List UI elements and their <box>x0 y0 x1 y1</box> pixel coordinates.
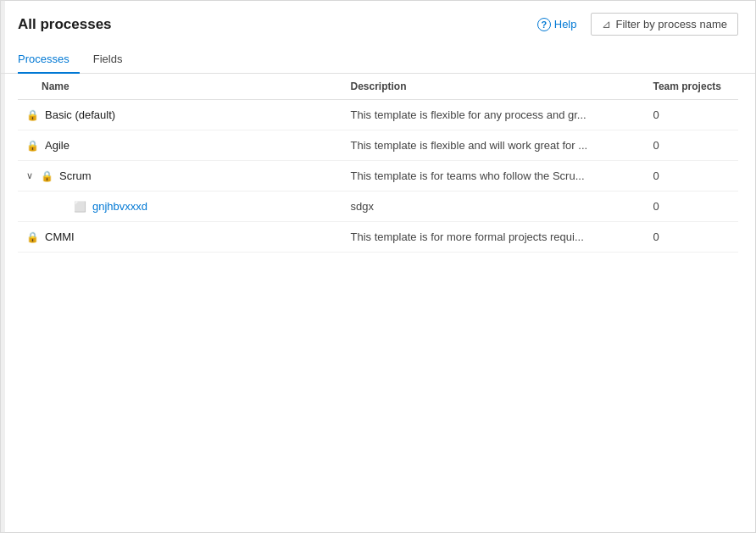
name-cell-child: ⬜ gnjhbvxxxd <box>50 200 334 213</box>
header-actions: ? Help ⊿ Filter by process name <box>532 13 738 36</box>
help-label: Help <box>554 18 577 31</box>
team-projects-scrum: 0 <box>645 161 739 192</box>
description-child: sdgx <box>342 192 645 222</box>
lock-icon: 🔒 <box>26 140 39 152</box>
chevron-down-icon[interactable]: ∨ <box>26 170 33 181</box>
help-icon: ? <box>537 18 551 31</box>
filter-label: Filter by process name <box>616 18 728 31</box>
col-description: Description <box>342 74 645 100</box>
team-projects-cmmi: 0 <box>645 222 739 253</box>
description-scrum: This template is for teams who follow th… <box>342 161 645 192</box>
col-team-projects: Team projects <box>645 74 739 100</box>
help-button[interactable]: ? Help <box>532 14 582 35</box>
process-name-basic: Basic (default) <box>45 108 115 121</box>
name-cell-cmmi: 🔒 CMMI <box>26 230 334 243</box>
page-header: All processes ? Help ⊿ Filter by process… <box>1 1 755 36</box>
table-container: Name Description Team projects 🔒 Basic (… <box>1 74 755 532</box>
filter-button[interactable]: ⊿ Filter by process name <box>591 13 739 36</box>
name-cell-basic: 🔒 Basic (default) <box>26 108 334 121</box>
process-link-child[interactable]: gnjhbvxxxd <box>92 200 147 213</box>
table-row: ∨ 🔒 Scrum This template is for teams who… <box>18 161 738 192</box>
name-cell-scrum: ∨ 🔒 Scrum <box>26 169 334 182</box>
process-name-agile: Agile <box>45 139 69 152</box>
team-projects-agile: 0 <box>645 130 739 161</box>
table-header-row: Name Description Team projects <box>18 74 738 100</box>
process-name-scrum: Scrum <box>59 169 92 182</box>
table-row: 🔒 Basic (default) This template is flexi… <box>18 100 738 130</box>
page-title: All processes <box>18 16 112 33</box>
process-name-cmmi: CMMI <box>45 230 75 243</box>
table-row: 🔒 Agile This template is flexible and wi… <box>18 130 738 161</box>
description-cmmi: This template is for more formal project… <box>342 222 645 253</box>
lock-icon: 🔒 <box>26 231 39 243</box>
team-projects-basic: 0 <box>645 100 739 130</box>
table-row: 🔒 CMMI This template is for more formal … <box>18 222 738 253</box>
sidebar-accent <box>0 0 5 533</box>
tab-processes[interactable]: Processes <box>18 47 80 74</box>
filter-icon: ⊿ <box>602 18 611 31</box>
col-name: Name <box>18 74 342 100</box>
tab-fields[interactable]: Fields <box>93 47 133 74</box>
lock-icon: 🔒 <box>41 170 53 182</box>
team-projects-child: 0 <box>645 192 739 222</box>
name-cell-agile: 🔒 Agile <box>26 139 334 152</box>
description-basic: This template is flexible for any proces… <box>342 100 645 130</box>
process-template-icon: ⬜ <box>74 201 86 213</box>
table-row: ⬜ gnjhbvxxxd sdgx 0 <box>18 192 738 222</box>
description-agile: This template is flexible and will work … <box>342 130 645 161</box>
tabs-container: Processes Fields <box>1 41 755 74</box>
lock-icon: 🔒 <box>26 109 39 121</box>
main-window: All processes ? Help ⊿ Filter by process… <box>0 0 756 533</box>
processes-table: Name Description Team projects 🔒 Basic (… <box>18 74 738 253</box>
